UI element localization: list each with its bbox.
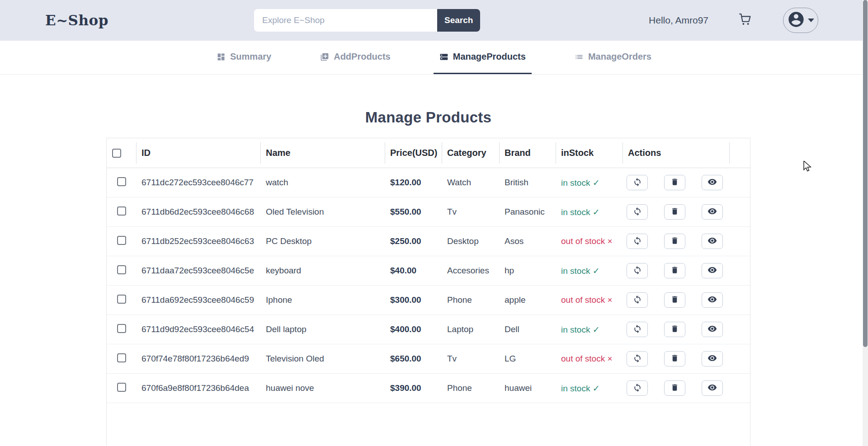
search-input[interactable] [254, 9, 437, 32]
trash-icon [670, 383, 679, 393]
table-row: 670f6a9e8f80f17236b64dea huawei nove $39… [107, 374, 750, 403]
eye-icon [708, 177, 717, 188]
eye-icon [708, 265, 717, 276]
product-price: $120.00 [385, 178, 442, 188]
eye-icon [708, 324, 717, 335]
sync-icon [633, 207, 642, 217]
scrollbar-track [863, 0, 868, 446]
delete-product-button[interactable] [664, 263, 685, 278]
account-circle-icon [787, 10, 805, 30]
row-actions [623, 234, 729, 249]
account-menu-button[interactable] [783, 8, 818, 33]
table-row: 6711dc272ec593cee8046c77 watch $120.00 W… [107, 168, 750, 197]
header-cell-actions: Actions [623, 138, 729, 168]
trash-icon [670, 178, 679, 188]
view-product-button[interactable] [702, 292, 723, 308]
tab-label: ManageOrders [588, 52, 651, 62]
row-checkbox[interactable] [117, 177, 126, 186]
update-product-button[interactable] [627, 204, 648, 220]
product-price: $250.00 [385, 236, 442, 246]
header-cell-brand: Brand [499, 138, 556, 168]
product-brand: huawei [499, 383, 556, 393]
row-checkbox[interactable] [117, 207, 126, 216]
scrollbar-thumb[interactable] [863, 0, 868, 347]
update-product-button[interactable] [627, 351, 648, 366]
table-header-row: ID Name Price(USD) Category Brand inStoc… [107, 138, 750, 168]
product-id: 670f6a9e8f80f17236b64dea [136, 383, 260, 393]
header-cell-trailing [729, 138, 751, 168]
product-id: 6711db6d2ec593cee8046c68 [136, 207, 260, 217]
product-category: Tv [442, 354, 499, 364]
storage-icon [439, 52, 448, 61]
header-cell-price: Price(USD) [385, 138, 442, 168]
update-product-button[interactable] [627, 263, 648, 278]
view-product-button[interactable] [702, 234, 723, 249]
cart-icon [737, 11, 753, 29]
trash-icon [670, 207, 679, 217]
select-all-checkbox[interactable] [112, 149, 121, 158]
product-brand: hp [499, 266, 556, 276]
product-brand: apple [499, 295, 556, 305]
sync-icon [633, 266, 642, 276]
row-checkbox[interactable] [117, 383, 126, 392]
product-category: Tv [442, 207, 499, 217]
admin-nav: Summary AddProducts ManageProducts Manag… [0, 41, 868, 75]
eye-icon [708, 353, 717, 364]
logo[interactable]: E~Shop [45, 12, 108, 28]
update-product-button[interactable] [627, 234, 648, 249]
trash-icon [670, 324, 679, 334]
update-product-button[interactable] [627, 322, 648, 337]
product-brand: Dell [499, 324, 556, 334]
stock-status: in stock ✓ [561, 266, 600, 276]
header-cell-checkbox [107, 138, 136, 168]
view-product-button[interactable] [702, 175, 723, 190]
row-checkbox[interactable] [117, 265, 126, 274]
update-product-button[interactable] [627, 380, 648, 396]
delete-product-button[interactable] [664, 204, 685, 220]
tab-manage-orders[interactable]: ManageOrders [569, 41, 657, 74]
table-row: 6711da692ec593cee8046c59 Iphone $300.00 … [107, 286, 750, 315]
product-category: Laptop [442, 324, 499, 334]
table-row: 6711db6d2ec593cee8046c68 Oled Television… [107, 197, 750, 227]
product-name: keyboard [260, 266, 385, 276]
view-product-button[interactable] [702, 322, 723, 337]
row-checkbox[interactable] [117, 324, 126, 333]
view-product-button[interactable] [702, 263, 723, 278]
dashboard-icon [217, 52, 226, 61]
cart-button[interactable] [736, 11, 754, 29]
tab-manage-products[interactable]: ManageProducts [434, 41, 532, 74]
table-row: 6711db252ec593cee8046c63 PC Desktop $250… [107, 227, 750, 256]
delete-product-button[interactable] [664, 175, 685, 190]
row-actions [623, 263, 729, 278]
update-product-button[interactable] [627, 175, 648, 190]
update-product-button[interactable] [627, 292, 648, 308]
product-brand: British [499, 178, 556, 188]
tab-add-products[interactable]: AddProducts [314, 41, 396, 74]
product-category: Watch [442, 178, 499, 188]
view-product-button[interactable] [702, 204, 723, 220]
row-actions [623, 322, 729, 337]
product-id: 670f74e78f80f17236b64ed9 [136, 354, 260, 364]
delete-product-button[interactable] [664, 234, 685, 249]
product-category: Phone [442, 383, 499, 393]
search-button[interactable]: Search [437, 9, 480, 32]
row-checkbox[interactable] [117, 295, 126, 304]
delete-product-button[interactable] [664, 322, 685, 337]
sync-icon [633, 295, 642, 305]
tab-summary[interactable]: Summary [211, 41, 277, 74]
delete-product-button[interactable] [664, 380, 685, 396]
product-name: Television Oled [260, 354, 385, 364]
product-price: $400.00 [385, 324, 442, 334]
delete-product-button[interactable] [664, 292, 685, 308]
row-checkbox[interactable] [117, 236, 126, 245]
view-product-button[interactable] [702, 380, 723, 396]
delete-product-button[interactable] [664, 351, 685, 366]
view-product-button[interactable] [702, 351, 723, 366]
tab-label: AddProducts [334, 52, 391, 62]
row-checkbox[interactable] [117, 353, 126, 362]
table-row: 6711d9d92ec593cee8046c54 Dell laptop $40… [107, 315, 750, 344]
table-row: 670f74e78f80f17236b64ed9 Television Oled… [107, 344, 750, 374]
product-category: Accesories [442, 266, 499, 276]
header-cell-name: Name [260, 138, 385, 168]
product-id: 6711d9d92ec593cee8046c54 [136, 324, 260, 334]
